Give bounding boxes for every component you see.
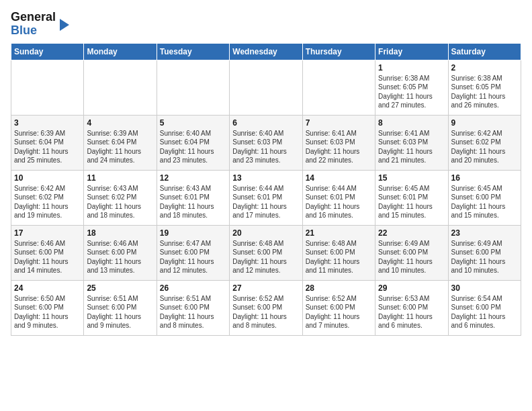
day-info: Sunrise: 6:51 AM [160,294,226,304]
logo-blue: Blue [11,24,37,37]
day-info: Sunrise: 6:38 AM [451,74,518,83]
header-day-sunday: Sunday [11,43,84,60]
day-info: Daylight: 11 hours and 21 minutes. [378,147,445,165]
day-number: 13 [232,173,299,183]
day-info: Sunrise: 6:41 AM [306,129,372,138]
day-number: 16 [451,173,518,183]
day-info: Daylight: 11 hours and 24 minutes. [87,147,153,165]
day-info: Sunset: 6:00 PM [14,248,81,257]
day-number: 10 [14,173,81,183]
day-info: Daylight: 11 hours and 20 minutes. [451,147,518,165]
day-info: Sunrise: 6:52 AM [232,294,299,304]
day-number: 24 [14,283,81,293]
day-info: Sunrise: 6:44 AM [232,184,299,193]
day-info: Sunset: 6:05 PM [451,83,518,92]
day-number: 18 [87,228,153,238]
header-day-tuesday: Tuesday [157,43,229,60]
calendar-cell: 18Sunrise: 6:46 AMSunset: 6:00 PMDayligh… [84,225,157,280]
header-day-thursday: Thursday [302,43,375,60]
calendar-cell: 5Sunrise: 6:40 AMSunset: 6:04 PMDaylight… [157,115,229,170]
day-number: 27 [232,283,299,293]
day-info: Sunrise: 6:43 AM [87,184,153,193]
day-info: Daylight: 11 hours and 10 minutes. [451,257,518,275]
day-info: Sunset: 6:00 PM [160,303,226,312]
day-number: 26 [160,283,226,293]
day-info: Daylight: 11 hours and 23 minutes. [232,147,299,165]
day-info: Sunset: 6:00 PM [306,248,372,257]
day-info: Sunset: 6:00 PM [14,303,81,312]
day-number: 20 [232,228,299,238]
day-info: Sunset: 6:01 PM [306,193,372,202]
day-info: Sunset: 6:00 PM [87,303,153,312]
day-info: Sunset: 6:00 PM [451,303,518,312]
calendar-cell: 7Sunrise: 6:41 AMSunset: 6:03 PMDaylight… [302,115,375,170]
day-info: Sunrise: 6:52 AM [306,294,372,304]
day-info: Sunset: 6:01 PM [160,193,226,202]
day-number: 14 [306,173,372,183]
day-info: Sunset: 6:00 PM [378,303,445,312]
calendar-header: SundayMondayTuesdayWednesdayThursdayFrid… [11,43,521,60]
day-info: Sunset: 6:03 PM [306,138,372,147]
day-info: Sunrise: 6:40 AM [232,129,299,138]
day-info: Sunrise: 6:54 AM [451,294,518,304]
day-info: Daylight: 11 hours and 6 minutes. [378,312,445,330]
calendar-cell: 24Sunrise: 6:50 AMSunset: 6:00 PMDayligh… [11,280,84,335]
calendar-cell [302,60,375,115]
calendar-cell: 1Sunrise: 6:38 AMSunset: 6:05 PMDaylight… [375,60,448,115]
day-number: 7 [306,118,372,128]
day-info: Sunset: 6:03 PM [232,138,299,147]
calendar-table: SundayMondayTuesdayWednesdayThursdayFrid… [11,43,521,336]
day-info: Sunset: 6:02 PM [14,193,81,202]
calendar-cell: 13Sunrise: 6:44 AMSunset: 6:01 PMDayligh… [230,170,302,225]
week-row-5: 24Sunrise: 6:50 AMSunset: 6:00 PMDayligh… [11,280,521,335]
calendar-cell: 21Sunrise: 6:48 AMSunset: 6:00 PMDayligh… [302,225,375,280]
week-row-3: 10Sunrise: 6:42 AMSunset: 6:02 PMDayligh… [11,170,521,225]
day-number: 17 [14,228,81,238]
calendar-cell: 11Sunrise: 6:43 AMSunset: 6:02 PMDayligh… [84,170,157,225]
day-info: Sunrise: 6:40 AM [160,129,226,138]
day-info: Sunset: 6:01 PM [232,193,299,202]
day-info: Daylight: 11 hours and 12 minutes. [160,257,226,275]
day-info: Daylight: 11 hours and 16 minutes. [306,202,372,220]
calendar-cell: 2Sunrise: 6:38 AMSunset: 6:05 PMDaylight… [448,60,521,115]
calendar-cell [84,60,157,115]
day-info: Daylight: 11 hours and 9 minutes. [87,312,153,330]
day-info: Sunrise: 6:42 AM [451,129,518,138]
day-info: Sunrise: 6:51 AM [87,294,153,304]
day-info: Daylight: 11 hours and 23 minutes. [160,147,226,165]
day-info: Sunrise: 6:47 AM [160,239,226,248]
day-info: Daylight: 11 hours and 9 minutes. [14,312,81,330]
day-info: Sunset: 6:04 PM [160,138,226,147]
day-info: Sunrise: 6:41 AM [378,129,445,138]
header-row: SundayMondayTuesdayWednesdayThursdayFrid… [11,43,521,60]
day-number: 22 [378,228,445,238]
day-info: Sunset: 6:01 PM [378,193,445,202]
day-info: Sunset: 6:00 PM [87,248,153,257]
calendar-cell [11,60,84,115]
day-number: 21 [306,228,372,238]
day-info: Sunset: 6:00 PM [451,248,518,257]
day-info: Sunset: 6:00 PM [451,193,518,202]
day-info: Sunrise: 6:38 AM [378,74,445,83]
day-info: Sunrise: 6:43 AM [160,184,226,193]
day-info: Sunrise: 6:46 AM [14,239,81,248]
day-info: Sunset: 6:04 PM [14,138,81,147]
calendar-cell: 9Sunrise: 6:42 AMSunset: 6:02 PMDaylight… [448,115,521,170]
day-info: Daylight: 11 hours and 27 minutes. [378,92,445,110]
header-day-wednesday: Wednesday [230,43,302,60]
day-info: Daylight: 11 hours and 7 minutes. [306,312,372,330]
day-number: 4 [87,118,153,128]
day-info: Sunset: 6:00 PM [306,303,372,312]
week-row-1: 1Sunrise: 6:38 AMSunset: 6:05 PMDaylight… [11,60,521,115]
day-info: Sunrise: 6:48 AM [232,239,299,248]
calendar-cell: 20Sunrise: 6:48 AMSunset: 6:00 PMDayligh… [230,225,302,280]
logo-wordmark: General Blue [11,11,56,38]
calendar-cell: 22Sunrise: 6:49 AMSunset: 6:00 PMDayligh… [375,225,448,280]
calendar-cell: 6Sunrise: 6:40 AMSunset: 6:03 PMDaylight… [230,115,302,170]
day-number: 25 [87,283,153,293]
day-info: Daylight: 11 hours and 8 minutes. [160,312,226,330]
calendar-cell: 14Sunrise: 6:44 AMSunset: 6:01 PMDayligh… [302,170,375,225]
day-info: Daylight: 11 hours and 6 minutes. [451,312,518,330]
day-number: 2 [451,63,518,73]
day-number: 29 [378,283,445,293]
